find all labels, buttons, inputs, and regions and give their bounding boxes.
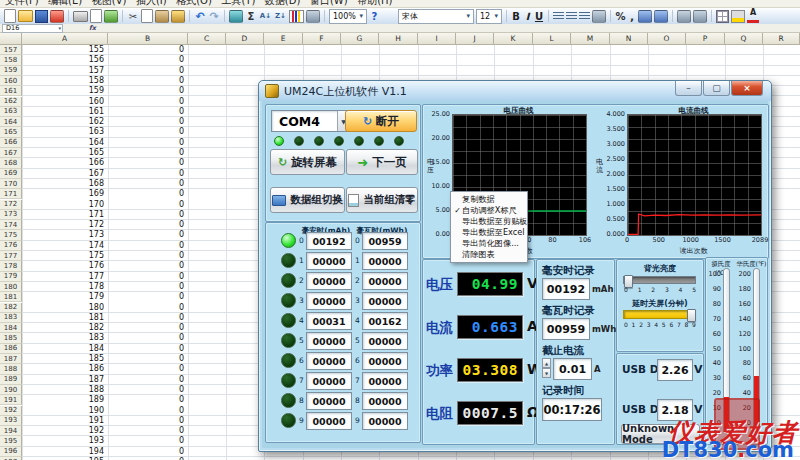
cell-A178[interactable]: 176 bbox=[24, 261, 104, 271]
cell-B172[interactable]: 0 bbox=[110, 200, 184, 210]
group-clear-button[interactable]: 当前组清零 bbox=[346, 187, 418, 213]
disconnect-button[interactable]: ↻ 断开 bbox=[345, 110, 417, 132]
sort-descending-icon[interactable]: Z↓ bbox=[274, 12, 287, 20]
close-button[interactable]: × bbox=[731, 81, 763, 96]
permission-icon[interactable] bbox=[50, 10, 64, 23]
align-left-icon[interactable] bbox=[553, 12, 564, 21]
row-header-189[interactable]: 189 bbox=[0, 375, 22, 385]
fx-icon[interactable]: fx bbox=[89, 24, 96, 32]
cell-A192[interactable]: 190 bbox=[24, 406, 104, 416]
cell-B171[interactable]: 0 bbox=[110, 189, 184, 199]
cell-A195[interactable]: 193 bbox=[24, 436, 104, 446]
cell-A166[interactable]: 164 bbox=[24, 138, 104, 148]
row-header-171[interactable]: 171 bbox=[0, 189, 22, 199]
row-header-187[interactable]: 187 bbox=[0, 354, 22, 364]
name-box[interactable]: D16 bbox=[2, 24, 63, 33]
row-header-173[interactable]: 173 bbox=[0, 210, 22, 220]
cell-B182[interactable]: 0 bbox=[110, 303, 184, 313]
cell-B177[interactable]: 0 bbox=[110, 251, 184, 261]
align-center-icon[interactable] bbox=[566, 12, 577, 21]
cell-A167[interactable]: 165 bbox=[24, 148, 104, 158]
cell-B179[interactable]: 0 bbox=[110, 272, 184, 282]
cutoff-current-stepper[interactable]: ▲▼ bbox=[542, 358, 551, 378]
cell-B192[interactable]: 0 bbox=[110, 406, 184, 416]
cell-B170[interactable]: 0 bbox=[110, 179, 184, 189]
increase-indent-icon[interactable] bbox=[693, 10, 707, 23]
cell-B169[interactable]: 0 bbox=[110, 169, 184, 179]
cell-A184[interactable]: 182 bbox=[24, 323, 104, 333]
increase-decimal-icon[interactable] bbox=[638, 10, 652, 23]
cell-A187[interactable]: 185 bbox=[24, 354, 104, 364]
row-header-160[interactable]: 160 bbox=[0, 76, 22, 86]
cell-B183[interactable]: 0 bbox=[110, 313, 184, 323]
row-header-166[interactable]: 166 bbox=[0, 138, 22, 148]
row-header-165[interactable]: 165 bbox=[0, 127, 22, 137]
com-port-select[interactable]: COM4 ▼ bbox=[271, 110, 350, 132]
row-header-174[interactable]: 174 bbox=[0, 220, 22, 230]
cell-B158[interactable]: 0 bbox=[110, 55, 184, 65]
column-header-D[interactable]: D bbox=[226, 33, 264, 45]
cell-A157[interactable]: 155 bbox=[24, 45, 104, 55]
cell-B178[interactable]: 0 bbox=[110, 261, 184, 271]
context-menu-item[interactable]: 导出数据至Excel bbox=[451, 227, 527, 238]
row-header-191[interactable]: 191 bbox=[0, 395, 22, 405]
column-header-I[interactable]: I bbox=[418, 33, 456, 45]
context-menu-item[interactable]: 复制数据 bbox=[451, 194, 527, 205]
row-header-184[interactable]: 184 bbox=[0, 323, 22, 333]
sort-ascending-icon[interactable]: A↓ bbox=[259, 12, 272, 20]
underline-icon[interactable]: U bbox=[534, 11, 544, 22]
current-chart-plot[interactable] bbox=[627, 114, 762, 236]
cell-A172[interactable]: 170 bbox=[24, 200, 104, 210]
cell-B160[interactable]: 0 bbox=[110, 76, 184, 86]
next-page-button[interactable]: ➜ 下一页 bbox=[346, 149, 418, 175]
row-header-192[interactable]: 192 bbox=[0, 406, 22, 416]
row-header-183[interactable]: 183 bbox=[0, 313, 22, 323]
cell-B191[interactable]: 0 bbox=[110, 395, 184, 405]
row-header-164[interactable]: 164 bbox=[0, 117, 22, 127]
help-icon[interactable]: ? bbox=[369, 11, 380, 22]
cell-B185[interactable]: 0 bbox=[110, 333, 184, 343]
cell-B174[interactable]: 0 bbox=[110, 220, 184, 230]
decrease-decimal-icon[interactable] bbox=[654, 10, 668, 23]
cell-A169[interactable]: 167 bbox=[24, 169, 104, 179]
cell-A170[interactable]: 168 bbox=[24, 179, 104, 189]
cell-B157[interactable]: 0 bbox=[110, 45, 184, 55]
cell-A175[interactable]: 173 bbox=[24, 230, 104, 240]
new-document-icon[interactable] bbox=[4, 9, 16, 23]
row-header-172[interactable]: 172 bbox=[0, 200, 22, 210]
stepper-up-icon[interactable]: ▲ bbox=[542, 358, 551, 368]
context-menu-item[interactable]: 清除图表 bbox=[451, 249, 527, 260]
column-header-M[interactable]: M bbox=[571, 33, 610, 45]
context-menu-item[interactable]: 导出简化图像... bbox=[451, 238, 527, 249]
redo-icon[interactable]: ↷ bbox=[208, 10, 220, 23]
cell-A173[interactable]: 171 bbox=[24, 210, 104, 220]
row-header-178[interactable]: 178 bbox=[0, 261, 22, 271]
cell-A180[interactable]: 178 bbox=[24, 282, 104, 292]
excel-menu-items[interactable]: 文件(F) 编辑(E) 视图(V) 插入(I) 格式(O) 工具(T) 数据(D… bbox=[5, 0, 392, 8]
cell-A160[interactable]: 158 bbox=[24, 76, 104, 86]
bold-icon[interactable]: B bbox=[511, 11, 521, 22]
row-header-163[interactable]: 163 bbox=[0, 107, 22, 117]
row-header-177[interactable]: 177 bbox=[0, 251, 22, 261]
cut-icon[interactable]: ✂ bbox=[127, 11, 139, 22]
cell-A159[interactable]: 157 bbox=[24, 66, 104, 76]
print-icon[interactable] bbox=[73, 11, 88, 22]
comma-icon[interactable]: , bbox=[628, 10, 636, 23]
column-header-G[interactable]: G bbox=[341, 33, 379, 45]
row-header-162[interactable]: 162 bbox=[0, 97, 22, 107]
column-header-N[interactable]: N bbox=[610, 33, 648, 45]
column-header-R[interactable]: R bbox=[763, 33, 800, 45]
cell-A182[interactable]: 180 bbox=[24, 303, 104, 313]
research-icon[interactable] bbox=[104, 10, 118, 23]
cell-B164[interactable]: 0 bbox=[110, 117, 184, 127]
cell-A161[interactable]: 159 bbox=[24, 86, 104, 96]
print-preview-icon[interactable] bbox=[90, 9, 102, 23]
stepper-down-icon[interactable]: ▼ bbox=[542, 368, 551, 378]
cell-B176[interactable]: 0 bbox=[110, 241, 184, 251]
cell-B194[interactable]: 0 bbox=[110, 426, 184, 436]
cell-A162[interactable]: 160 bbox=[24, 97, 104, 107]
column-header-L[interactable]: L bbox=[533, 33, 571, 45]
column-header-B[interactable]: B bbox=[108, 33, 188, 45]
column-header-F[interactable]: F bbox=[303, 33, 341, 45]
row-header-186[interactable]: 186 bbox=[0, 344, 22, 354]
